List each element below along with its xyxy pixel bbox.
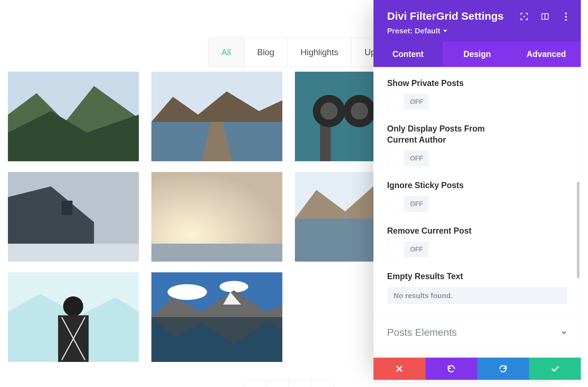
tab-advanced[interactable]: Advanced [512, 42, 581, 67]
grid-item[interactable] [8, 72, 139, 161]
toggle-state: OFF [404, 200, 429, 208]
option-ignore-sticky: Ignore Sticky Posts OFF [387, 180, 567, 213]
pager-cell[interactable] [289, 380, 311, 387]
pager-cell[interactable] [244, 380, 267, 387]
panel-header: Divi FilterGrid Settings Preset: Default [373, 0, 581, 42]
svg-point-36 [523, 16, 525, 17]
grid-item[interactable] [151, 172, 282, 262]
caret-down-icon [443, 30, 447, 32]
grid-item[interactable] [151, 272, 282, 362]
option-remove-current: Remove Current Post OFF [387, 225, 567, 259]
settings-panel: Divi FilterGrid Settings Preset: Default… [373, 0, 581, 380]
toggle-ignore-sticky[interactable]: OFF [387, 196, 429, 212]
tab-content[interactable]: Content [373, 42, 443, 67]
grid-item[interactable] [8, 272, 139, 362]
svg-rect-15 [62, 201, 72, 215]
toggle-remove-current[interactable]: OFF [387, 242, 429, 257]
focus-icon[interactable] [520, 12, 528, 21]
toggle-knob [387, 150, 404, 166]
sidebar-toggle-icon[interactable] [541, 12, 549, 21]
panel-footer [373, 358, 581, 380]
kebab-menu-icon[interactable] [561, 12, 570, 21]
filter-tab-highlights[interactable]: Highlights [288, 38, 352, 67]
toggle-current-author[interactable]: OFF [387, 150, 429, 166]
panel-body: Show Private Posts OFF Only Display Post… [373, 67, 581, 358]
tab-design[interactable]: Design [443, 42, 512, 67]
pager-cell[interactable] [311, 380, 333, 387]
undo-button[interactable] [425, 358, 478, 380]
accordion-posts-elements[interactable]: Posts Elements [373, 316, 581, 348]
svg-point-30 [168, 284, 207, 300]
option-show-private: Show Private Posts OFF [387, 78, 567, 111]
option-label: Show Private Posts [387, 78, 567, 89]
preset-selector[interactable]: Preset: Default [387, 27, 567, 35]
empty-results-input[interactable] [387, 287, 567, 304]
filter-tab-all[interactable]: All [208, 38, 244, 67]
option-label: Ignore Sticky Posts [387, 180, 567, 191]
toggle-state: OFF [404, 155, 429, 162]
image-grid [8, 72, 426, 362]
redo-button[interactable] [477, 358, 529, 380]
cancel-button[interactable] [373, 358, 425, 380]
svg-point-25 [63, 296, 83, 316]
pager-cell[interactable] [267, 380, 289, 387]
toggle-knob [387, 242, 404, 257]
toggle-state: OFF [404, 246, 429, 253]
svg-rect-18 [151, 244, 282, 262]
grid-item[interactable] [151, 72, 282, 161]
option-label: Empty Results Text [387, 271, 567, 282]
option-current-author: Only Display Posts From Current Author O… [387, 123, 567, 168]
scrollbar-thumb[interactable] [577, 182, 579, 278]
svg-rect-16 [8, 244, 139, 262]
grid-item[interactable] [8, 172, 139, 262]
accordion-title: Posts Elements [387, 327, 457, 338]
confirm-button[interactable] [529, 358, 581, 380]
option-label: Remove Current Post [387, 225, 567, 236]
option-empty-results: Empty Results Text [387, 271, 567, 304]
preset-label: Preset: Default [387, 27, 440, 35]
pagination [244, 380, 334, 387]
filter-tab-blog[interactable]: Blog [244, 38, 288, 67]
toggle-knob [387, 94, 404, 110]
svg-point-12 [351, 102, 368, 120]
svg-rect-8 [320, 125, 331, 161]
panel-header-actions [520, 12, 570, 21]
panel-tabs: Content Design Advanced [373, 42, 581, 67]
svg-point-11 [320, 102, 338, 120]
toggle-knob [387, 196, 404, 212]
toggle-state: OFF [404, 98, 429, 106]
accordion-filters[interactable]: Filters [373, 348, 581, 358]
chevron-down-icon [561, 329, 567, 336]
option-label: Only Display Posts From Current Author [387, 123, 509, 145]
toggle-show-private[interactable]: OFF [387, 94, 429, 110]
